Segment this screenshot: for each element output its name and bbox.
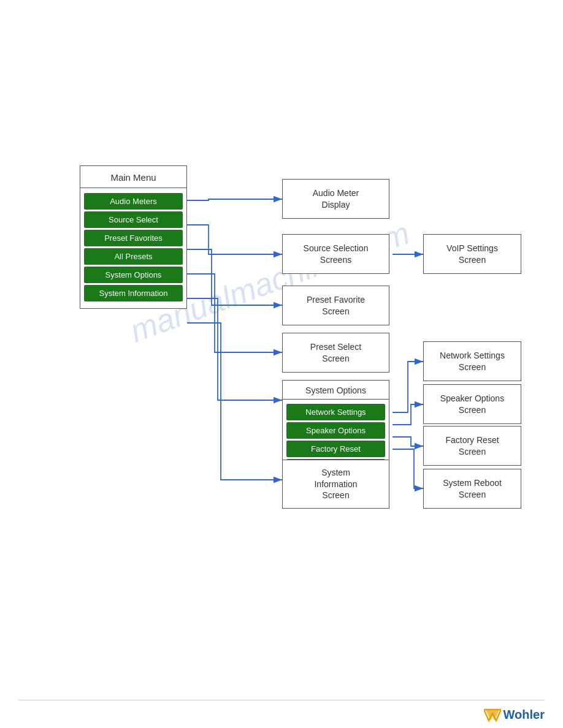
system-reboot-screen-label: System RebootScreen — [443, 477, 502, 501]
voip-settings-screen-label: VoIP SettingsScreen — [446, 243, 498, 266]
wohler-logo-icon — [484, 708, 501, 722]
factory-reset-screen-box: Factory ResetScreen — [423, 426, 521, 466]
footer-divider — [18, 700, 545, 700]
preset-select-screen-box: Preset SelectScreen — [282, 333, 389, 373]
system-reboot-screen-box: System RebootScreen — [423, 469, 521, 509]
preset-favorite-screen-label: Preset FavoriteScreen — [307, 294, 365, 317]
sys-opt-network-settings[interactable]: Network Settings — [286, 404, 385, 420]
speaker-options-screen-label: Speaker OptionsScreen — [440, 393, 504, 416]
menu-items: Audio Meters Source Select Preset Favori… — [80, 188, 186, 308]
network-settings-screen-box: Network SettingsScreen — [423, 341, 521, 381]
source-selection-screens-label: Source SelectionScreens — [304, 243, 369, 266]
menu-item-audio-meters[interactable]: Audio Meters — [84, 193, 183, 210]
menu-item-preset-favorites[interactable]: Preset Favorites — [84, 230, 183, 246]
menu-item-system-information[interactable]: System Information — [84, 285, 183, 301]
menu-item-source-select[interactable]: Source Select — [84, 211, 183, 228]
audio-meter-display-label: Audio MeterDisplay — [313, 188, 359, 211]
main-menu-box: Main Menu Audio Meters Source Select Pre… — [80, 165, 187, 309]
menu-item-system-options[interactable]: System Options — [84, 267, 183, 283]
source-selection-screens-box: Source SelectionScreens — [282, 234, 389, 274]
network-settings-screen-label: Network SettingsScreen — [440, 350, 505, 373]
sys-opt-speaker-options[interactable]: Speaker Options — [286, 422, 385, 439]
logo-text: Wohler — [504, 708, 545, 722]
preset-select-screen-label: Preset SelectScreen — [310, 341, 361, 365]
menu-item-all-presets[interactable]: All Presets — [84, 248, 183, 265]
preset-favorite-screen-box: Preset FavoriteScreen — [282, 286, 389, 325]
system-information-screen-label: SystemInformationScreen — [314, 467, 357, 502]
logo-area: Wohler — [484, 708, 545, 722]
voip-settings-screen-box: VoIP SettingsScreen — [423, 234, 521, 274]
factory-reset-screen-label: Factory ResetScreen — [445, 434, 499, 458]
audio-meter-display-box: Audio MeterDisplay — [282, 179, 389, 219]
sys-opt-factory-reset[interactable]: Factory Reset — [286, 441, 385, 457]
system-options-expanded-title: System Options — [283, 381, 389, 400]
main-menu-title: Main Menu — [80, 166, 186, 188]
system-information-screen-box: SystemInformationScreen — [282, 460, 389, 509]
speaker-options-screen-box: Speaker OptionsScreen — [423, 384, 521, 424]
